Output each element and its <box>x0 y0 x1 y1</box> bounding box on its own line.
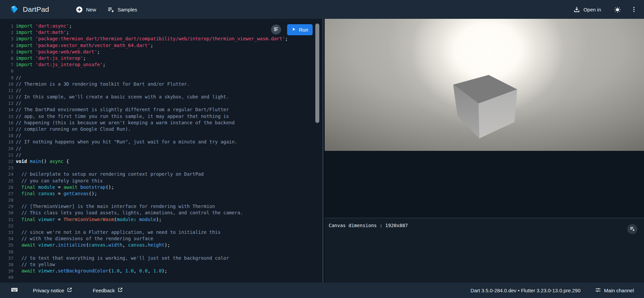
line-number: 21 <box>0 152 13 158</box>
code-line[interactable]: 7import 'dart:js_interop_unsafe'; <box>0 61 321 68</box>
app-title: DartPad <box>23 5 49 13</box>
code-line[interactable]: 39 await viewer.setBackgroundColor(1.0, … <box>0 268 321 274</box>
line-number: 10 <box>0 81 13 87</box>
code-line-text: // <box>16 152 21 158</box>
code-line-text: import 'package:thermion_dart/thermion_d… <box>16 36 288 42</box>
render-viewport-canvas <box>325 19 644 151</box>
code-line[interactable]: 13// <box>0 100 321 107</box>
new-button[interactable]: New <box>76 6 96 13</box>
line-number: 19 <box>0 139 13 145</box>
code-line-text: // If nothing happens when you hit "Run"… <box>16 139 237 145</box>
line-number: 20 <box>0 145 13 152</box>
code-line[interactable]: 9// <box>0 75 321 81</box>
line-number: 35 <box>0 242 13 248</box>
code-line[interactable]: 11// <box>0 87 321 94</box>
bottom-bar: Privacy notice Feedback Dart 3.5.0-284.0… <box>0 283 644 298</box>
code-line[interactable]: 34 // with the dimensions of the renderi… <box>0 236 321 242</box>
code-line[interactable]: 28 <box>0 197 321 203</box>
format-button[interactable] <box>271 25 281 35</box>
privacy-notice-link[interactable]: Privacy notice <box>33 287 72 294</box>
code-line[interactable]: 5import 'package:web/web.dart'; <box>0 49 321 55</box>
code-line-text: await viewer.initialize(canvas.width, ca… <box>16 242 170 248</box>
run-button[interactable]: Run <box>287 24 313 35</box>
code-line-text: final canvas = getCanvas(); <box>16 190 97 197</box>
line-number: 4 <box>0 42 13 49</box>
open-in-button[interactable]: Open in <box>573 6 601 13</box>
overflow-menu-button[interactable] <box>630 6 637 13</box>
code-line-text: // In this sample, we'll create a basic … <box>16 94 229 100</box>
code-line[interactable]: 27 final canvas = getCanvas(); <box>0 190 321 197</box>
line-number: 37 <box>0 255 13 261</box>
code-line[interactable]: 30 // This class lets you load assets, l… <box>0 210 321 216</box>
code-line-text: // <box>16 145 21 152</box>
brightness-toggle-button[interactable] <box>614 6 621 13</box>
code-line[interactable]: 14// The DartPad environment is slightly… <box>0 107 321 113</box>
code-line[interactable]: 36 <box>0 249 321 255</box>
code-line[interactable]: 16// happening (this is because we aren'… <box>0 120 321 126</box>
code-line[interactable]: 4import 'package:vector_math/vector_math… <box>0 42 321 49</box>
code-line[interactable]: 23 <box>0 165 321 171</box>
code-line[interactable]: 32 <box>0 223 321 229</box>
code-line-text: // app, so the first time you run this s… <box>16 113 229 120</box>
code-line-text: // to yellow <box>16 261 55 268</box>
channel-selector-button[interactable]: Main channel <box>595 287 634 294</box>
code-line[interactable]: 38 // to yellow <box>0 261 321 268</box>
code-line[interactable]: 12// In this sample, we'll create a basi… <box>0 94 321 100</box>
code-line[interactable]: 17// compiler running on Google Cloud Ru… <box>0 126 321 132</box>
code-line[interactable]: 3import 'package:thermion_dart/thermion_… <box>0 36 321 42</box>
new-button-label: New <box>86 7 96 12</box>
code-line[interactable]: 37 // to test that everything is working… <box>0 255 321 261</box>
code-line-text: import 'dart:async'; <box>16 23 72 29</box>
line-number: 9 <box>0 75 13 81</box>
code-line[interactable]: 31 final viewer = ThermionViewerWasm(mod… <box>0 216 321 223</box>
code-line-text: void main() async { <box>16 158 69 165</box>
code-line-text: // to test that everything is working, w… <box>16 255 229 261</box>
code-line[interactable]: 19// If nothing happens when you hit "Ru… <box>0 139 321 145</box>
code-line-text: // Thermion is a 3D rendering toolkit fo… <box>16 81 190 87</box>
line-number: 18 <box>0 132 13 139</box>
code-line[interactable]: 40 <box>0 274 321 281</box>
line-number: 32 <box>0 223 13 229</box>
code-line[interactable]: 26 final module = await bootstrap(); <box>0 184 321 190</box>
open-in-button-label: Open in <box>583 7 601 12</box>
code-line[interactable]: 18// <box>0 132 321 139</box>
feedback-link[interactable]: Feedback <box>93 287 123 294</box>
code-line-text: // with the dimensions of the rendering … <box>16 236 153 242</box>
code-line[interactable]: 10// Thermion is a 3D rendering toolkit … <box>0 81 321 87</box>
code-lines[interactable]: 1import 'dart:async';2import 'dart:math'… <box>0 19 321 281</box>
top-bar: DartPad New Samples <box>0 0 644 19</box>
download-icon <box>573 6 580 13</box>
code-editor-pane[interactable]: 1import 'dart:async';2import 'dart:math'… <box>0 19 321 283</box>
right-pane: Canvas dimensions : 644x298 <box>325 19 644 283</box>
code-line-text: // <box>16 132 21 139</box>
code-line[interactable]: 20// <box>0 145 321 152</box>
samples-button[interactable]: Samples <box>107 6 137 13</box>
code-line[interactable]: 6import 'dart:js_interop'; <box>0 55 321 61</box>
code-line[interactable]: 29 // [ThermionViewer] is the main inter… <box>0 203 321 210</box>
main-split: 1import 'dart:async';2import 'dart:math'… <box>0 19 644 283</box>
code-line[interactable]: 35 await viewer.initialize(canvas.width,… <box>0 242 321 248</box>
line-number: 7 <box>0 61 13 68</box>
line-number: 6 <box>0 55 13 61</box>
line-number: 14 <box>0 107 13 113</box>
line-number: 12 <box>0 94 13 100</box>
line-number: 29 <box>0 203 13 210</box>
code-line[interactable]: 22void main() async { <box>0 158 321 165</box>
code-line[interactable]: 15// app, so the first time you run this… <box>0 113 321 120</box>
hide-keyboard-button[interactable] <box>11 286 18 295</box>
code-line[interactable]: 25 // you can safely ignore this <box>0 178 321 184</box>
console-output: Canvas dimensions : 644x298 <box>329 222 408 228</box>
line-number: 23 <box>0 165 13 171</box>
editor-scrollbar-thumb[interactable] <box>315 24 319 123</box>
code-line[interactable]: 33 // since we're not in a Flutter appli… <box>0 229 321 236</box>
code-line-text: // happening (this is because we aren't … <box>16 120 234 126</box>
clear-console-button[interactable] <box>627 224 637 234</box>
plus-circle-icon <box>76 6 83 13</box>
code-line[interactable]: 21// <box>0 152 321 158</box>
external-link-icon <box>117 287 123 294</box>
code-line-text: // compiler running on Google Cloud Run)… <box>16 126 131 132</box>
vertical-splitter[interactable] <box>321 19 325 283</box>
code-line[interactable]: 24 // boilerplate to setup our rendering… <box>0 171 321 177</box>
dartpad-logo-icon <box>9 5 19 14</box>
code-line[interactable]: 8 <box>0 68 321 74</box>
